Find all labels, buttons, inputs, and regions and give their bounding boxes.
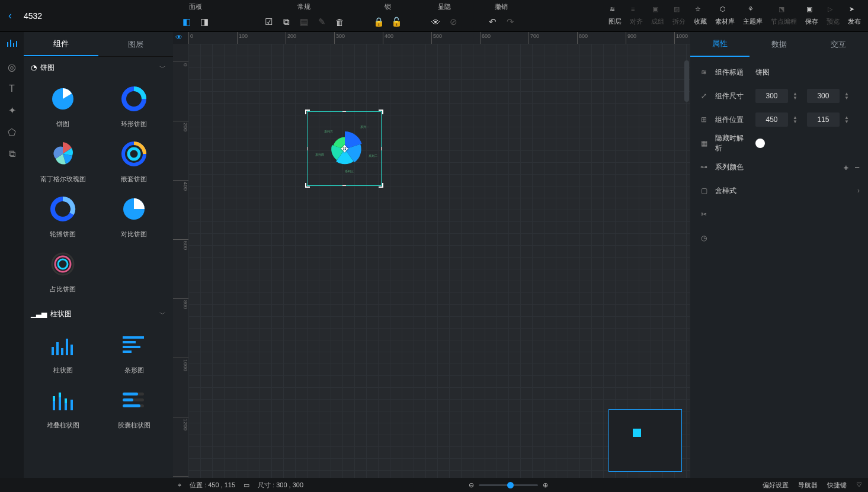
handle-l[interactable] <box>307 147 308 150</box>
x-spinner[interactable]: ▲▼ <box>793 115 797 124</box>
hide-icon[interactable]: ⊘ <box>447 16 459 28</box>
handle-b[interactable] <box>342 185 346 186</box>
component-pie[interactable]: 饼图 <box>27 84 98 128</box>
lock-icon[interactable]: 🔒 <box>373 16 385 28</box>
rail-text-icon[interactable]: T <box>9 83 15 94</box>
rail-map-icon[interactable]: ◎ <box>8 62 16 73</box>
tab-components[interactable]: 组件 <box>24 32 98 56</box>
bulb-icon[interactable]: ♡ <box>856 481 862 490</box>
rtab-inter[interactable]: 交互 <box>809 32 868 57</box>
component-ratio[interactable]: 占比饼图 <box>27 249 98 294</box>
top-layers-button[interactable]: ≋图层 <box>608 5 622 26</box>
select-icon[interactable]: ☑ <box>262 16 274 28</box>
size-icon: ⤢ <box>699 92 709 100</box>
top-assets-button[interactable]: ⬡素材库 <box>715 5 735 26</box>
width-spinner[interactable]: ▲▼ <box>793 92 797 100</box>
y-input[interactable] <box>807 112 840 127</box>
zoom-in-button[interactable]: ⊕ <box>543 481 548 489</box>
zoom-slider[interactable] <box>479 484 538 486</box>
history-icon[interactable]: ◷ <box>699 234 709 242</box>
handle-bl[interactable] <box>305 183 310 188</box>
height-input[interactable] <box>807 89 840 103</box>
canvas-scrollbar[interactable] <box>684 56 689 407</box>
svg-rect-9 <box>52 347 54 355</box>
component-capsule[interactable]: 胶囊柱状图 <box>98 385 169 430</box>
svg-point-8 <box>58 259 68 269</box>
delete-icon[interactable]: 🗑 <box>334 16 345 28</box>
pref-button[interactable]: 偏好设置 <box>763 481 789 490</box>
component-nested[interactable]: 嵌套饼图 <box>98 139 169 184</box>
canvas-stage[interactable]: 系列一系列二系列三系列四系列五 ✥ <box>188 44 690 478</box>
rail-media-icon[interactable]: ✦ <box>8 105 16 116</box>
align-icon: ≡ <box>631 5 642 16</box>
handle-t[interactable] <box>342 111 346 112</box>
navigator-viewport[interactable] <box>633 429 641 437</box>
redo-icon[interactable]: ↷ <box>504 16 516 28</box>
nav-button[interactable]: 导航器 <box>798 481 818 490</box>
component-compare[interactable]: 对比饼图 <box>98 194 169 239</box>
top-nodes-button[interactable]: ⬔节点编程 <box>771 5 797 26</box>
tab-layers[interactable]: 图层 <box>98 32 173 56</box>
rail-chart-icon[interactable] <box>7 38 17 51</box>
prop-title-value[interactable]: 饼图 <box>755 67 770 78</box>
component-stack[interactable]: 堆叠柱状图 <box>27 385 98 430</box>
panel-right-icon[interactable]: ◨ <box>198 16 210 28</box>
top-group-button[interactable]: ▣成组 <box>651 5 664 26</box>
component-bar[interactable]: 柱状图 <box>27 330 98 375</box>
donut-thumb <box>119 84 149 114</box>
ruler-tick: 600 <box>480 32 491 44</box>
ruler-tick: 800 <box>173 298 188 309</box>
top-ungroup-button[interactable]: ▨拆分 <box>672 5 686 26</box>
component-donut[interactable]: 环形饼图 <box>98 84 169 128</box>
top-publish-button[interactable]: ➤发布 <box>848 5 861 26</box>
selection-box[interactable]: 系列一系列二系列三系列四系列五 ✥ <box>307 111 382 186</box>
x-input[interactable] <box>755 112 788 127</box>
width-input[interactable] <box>755 89 788 103</box>
top-align-button[interactable]: ≡对齐 <box>630 5 643 26</box>
prop-series-label: 系列颜色 <box>715 162 750 172</box>
hide-toggle[interactable] <box>755 139 765 148</box>
rtab-data[interactable]: 数据 <box>750 32 809 57</box>
nodes-icon: ⬔ <box>779 5 789 16</box>
remove-series-button[interactable]: − <box>854 162 860 172</box>
show-icon[interactable]: 👁 <box>430 16 441 28</box>
y-spinner[interactable]: ▲▼ <box>844 115 849 124</box>
paste-icon[interactable]: ▤ <box>298 16 310 28</box>
zoom-out-button[interactable]: ⊖ <box>469 481 474 489</box>
unlock-icon[interactable]: 🔓 <box>390 16 402 28</box>
keys-button[interactable]: 快捷键 <box>827 481 847 490</box>
copy-icon[interactable]: ⧉ <box>280 16 292 28</box>
handle-r[interactable] <box>381 147 382 150</box>
top-fav-button[interactable]: ☆收藏 <box>694 5 707 26</box>
rail-other-icon[interactable]: ⧉ <box>9 149 15 159</box>
back-button[interactable]: ‹ <box>0 9 20 22</box>
handle-tl[interactable] <box>305 110 310 114</box>
top-preview-button[interactable]: ▷预览 <box>827 5 840 26</box>
navigator[interactable] <box>608 409 682 472</box>
svg-rect-22 <box>65 403 67 410</box>
tools-icon[interactable]: ✂ <box>699 210 709 218</box>
publish-icon: ➤ <box>849 5 860 16</box>
zoom-knob[interactable] <box>507 482 514 488</box>
rail-shape-icon[interactable]: ⬠ <box>8 127 16 138</box>
ruler-tick: 200 <box>286 32 296 44</box>
box-style-row[interactable]: ▢ 盒样式 › <box>690 179 868 202</box>
component-carousel[interactable]: 轮播饼图 <box>27 194 98 239</box>
ruler-eye-icon[interactable]: 👁 <box>175 33 182 41</box>
height-spinner[interactable]: ▲▼ <box>844 92 849 100</box>
handle-tr[interactable] <box>379 110 383 114</box>
handle-br[interactable] <box>379 183 383 188</box>
add-series-button[interactable]: + <box>843 162 848 172</box>
top-theme-button[interactable]: ⚘主题库 <box>743 5 763 26</box>
rtab-attr[interactable]: 属性 <box>690 32 750 57</box>
panel-left-icon[interactable]: ◧ <box>181 16 193 28</box>
component-rose[interactable]: 南丁格尔玫瑰图 <box>27 139 98 184</box>
component-hbar[interactable]: 条形图 <box>98 330 169 375</box>
top-save-button[interactable]: ▣保存 <box>805 5 818 26</box>
layers-icon: ≋ <box>699 68 709 76</box>
bar-icon: ▁▃▅ <box>31 310 47 318</box>
brush-icon[interactable]: ✎ <box>316 16 328 28</box>
category-bar[interactable]: ▁▃▅柱状图 ﹀ <box>24 303 173 324</box>
category-pie[interactable]: ◔饼图 ﹀ <box>24 57 173 78</box>
undo-icon[interactable]: ↶ <box>486 16 498 28</box>
